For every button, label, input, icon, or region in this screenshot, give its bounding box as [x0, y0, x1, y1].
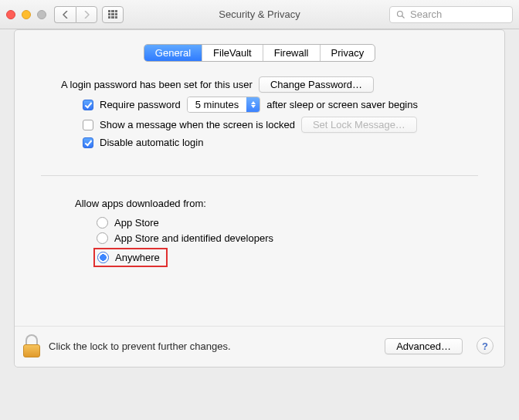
lock-text: Click the lock to prevent further change… [49, 340, 377, 352]
disable-auto-login-checkbox[interactable] [83, 137, 93, 148]
zoom-icon[interactable] [37, 10, 46, 19]
tab-general[interactable]: General [144, 45, 202, 61]
radio-anywhere-label: Anywhere [115, 252, 160, 263]
search-input[interactable]: Search [389, 6, 513, 23]
back-button[interactable] [54, 6, 76, 23]
gatekeeper-section: Allow apps downloaded from: App Store Ap… [15, 176, 504, 279]
close-icon[interactable] [6, 10, 15, 19]
search-icon [396, 10, 405, 19]
footer: Click the lock to prevent further change… [15, 326, 504, 367]
help-button[interactable]: ? [477, 337, 494, 354]
after-sleep-text: after sleep or screen saver begins [266, 99, 418, 110]
tabs-row: General FileVault Firewall Privacy [15, 30, 504, 68]
search-placeholder: Search [410, 8, 442, 20]
login-section: A login password has been set for this u… [15, 68, 504, 164]
window-controls [6, 10, 46, 19]
radio-identified-label: App Store and identified developers [114, 232, 273, 244]
grid-icon [108, 10, 117, 19]
disable-auto-login-label: Disable automatic login [100, 137, 203, 148]
require-password-label: Require password [100, 99, 181, 110]
svg-point-0 [398, 11, 403, 16]
titlebar: Security & Privacy Search [0, 0, 519, 29]
minimize-icon[interactable] [22, 10, 31, 19]
gatekeeper-heading: Allow apps downloaded from: [75, 198, 478, 209]
tab-privacy[interactable]: Privacy [321, 45, 375, 61]
password-delay-select[interactable]: 5 minutes [187, 97, 260, 113]
tab-firewall[interactable]: Firewall [263, 45, 321, 61]
require-password-checkbox[interactable] [83, 100, 93, 110]
radio-app-store-label: App Store [114, 217, 159, 229]
nav-buttons [54, 6, 97, 23]
forward-button[interactable] [76, 6, 97, 23]
password-delay-value: 5 minutes [188, 97, 246, 112]
anywhere-highlight-box: Anywhere [93, 248, 168, 267]
advanced-button[interactable]: Advanced… [385, 338, 463, 354]
radio-identified[interactable] [97, 232, 108, 244]
set-lock-message-button: Set Lock Message… [301, 117, 417, 133]
tab-filevault[interactable]: FileVault [202, 45, 263, 61]
password-set-text: A login password has been set for this u… [61, 79, 253, 90]
show-all-button[interactable] [102, 6, 124, 23]
radio-app-store[interactable] [97, 217, 108, 229]
stepper-icon [246, 97, 260, 112]
lock-icon[interactable] [22, 334, 41, 357]
show-message-label: Show a message when the screen is locked [100, 119, 295, 130]
window-title: Security & Privacy [219, 8, 300, 20]
preferences-pane: General FileVault Firewall Privacy A log… [14, 29, 505, 368]
svg-line-1 [402, 15, 405, 18]
show-message-checkbox[interactable] [83, 120, 93, 130]
radio-anywhere[interactable] [97, 252, 109, 263]
change-password-button[interactable]: Change Password… [259, 76, 374, 93]
tabs-segmented: General FileVault Firewall Privacy [144, 44, 375, 62]
